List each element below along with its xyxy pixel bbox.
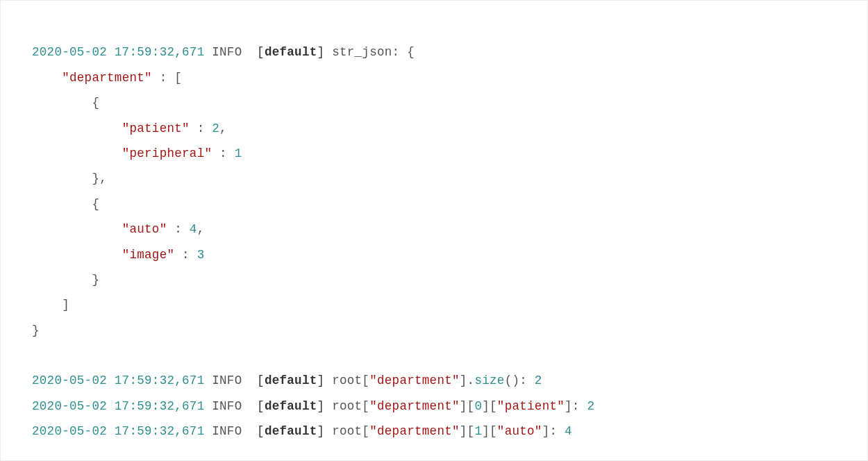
logger-name: default <box>265 374 317 387</box>
timestamp: 2020-05-02 17:59:32,671 <box>32 399 204 413</box>
index: 0 <box>474 399 482 413</box>
log-output: 2020-05-02 17:59:32,671 INFO [default] s… <box>32 15 855 444</box>
comma: , <box>197 222 205 236</box>
json-line: } <box>32 324 40 337</box>
json-line: "patient" : 2, <box>32 121 227 135</box>
json-line: "peripheral" : 1 <box>32 146 242 160</box>
bracket: ] <box>62 298 69 312</box>
text: ][ <box>482 399 497 413</box>
json-line: "department" : [ <box>32 71 182 85</box>
log-level: INFO <box>212 399 242 413</box>
text: root[ <box>332 399 369 413</box>
json-line: }, <box>32 171 107 185</box>
text: root[ <box>332 424 369 438</box>
text: ][ <box>482 424 497 438</box>
colon: : <box>212 146 234 160</box>
json-line: { <box>32 197 99 211</box>
json-key: "auto" <box>122 222 167 236</box>
text: ][ <box>460 424 475 438</box>
value: 2 <box>535 374 542 387</box>
bracket: ] <box>317 45 325 59</box>
value: 4 <box>565 424 572 438</box>
json-value: 4 <box>190 222 197 236</box>
colon: : <box>152 71 174 85</box>
logger-name: default <box>265 424 317 438</box>
json-key: "department" <box>369 399 460 413</box>
bracket: [ <box>257 424 265 438</box>
bracket: ] <box>317 399 325 413</box>
log-line: 2020-05-02 17:59:32,671 INFO [default] r… <box>32 424 572 438</box>
json-key: "auto" <box>497 424 542 438</box>
json-line: "auto" : 4, <box>32 222 204 236</box>
text: ]: <box>542 424 565 438</box>
brace: { <box>92 96 99 110</box>
log-level: INFO <box>212 374 242 387</box>
json-key: "department" <box>62 71 152 85</box>
blank-line <box>32 349 40 362</box>
json-key: "image" <box>122 248 175 262</box>
brace: } <box>92 273 99 287</box>
json-key: "department" <box>369 374 460 387</box>
text: ]. <box>460 374 475 387</box>
brace: { <box>92 197 99 211</box>
json-key: "department" <box>369 424 460 438</box>
json-value: 1 <box>235 146 242 160</box>
json-line: { <box>32 96 99 110</box>
log-line: 2020-05-02 17:59:32,671 INFO [default] r… <box>32 399 594 413</box>
log-line: 2020-05-02 17:59:32,671 INFO [default] s… <box>32 45 415 59</box>
bracket: [ <box>174 71 182 85</box>
bracket: ] <box>317 424 325 438</box>
json-key: "patient" <box>497 399 565 413</box>
function-name: size <box>474 374 504 387</box>
colon: : <box>167 222 189 236</box>
colon: : <box>190 121 212 135</box>
json-line: "image" : 3 <box>32 248 204 262</box>
value: 2 <box>587 399 594 413</box>
brace: } <box>92 171 99 185</box>
timestamp: 2020-05-02 17:59:32,671 <box>32 424 204 438</box>
timestamp: 2020-05-02 17:59:32,671 <box>32 374 204 387</box>
logger-name: default <box>265 45 317 59</box>
comma: , <box>99 171 107 185</box>
comma: , <box>219 121 227 135</box>
json-line: ] <box>32 298 69 312</box>
bracket: [ <box>257 45 265 59</box>
text: ][ <box>460 399 475 413</box>
log-line: 2020-05-02 17:59:32,671 INFO [default] r… <box>32 374 542 387</box>
json-value: 2 <box>212 121 219 135</box>
bracket: [ <box>257 374 265 387</box>
logger-name: default <box>265 399 317 413</box>
log-message: str_json: { <box>332 45 415 59</box>
log-level: INFO <box>212 45 242 59</box>
json-value: 3 <box>197 248 205 262</box>
bracket: [ <box>257 399 265 413</box>
json-key: "patient" <box>122 121 190 135</box>
brace: } <box>32 324 40 337</box>
index: 1 <box>474 424 482 438</box>
text: root[ <box>332 374 369 387</box>
text: ]: <box>565 399 587 413</box>
json-key: "peripheral" <box>122 146 212 160</box>
colon: : <box>174 248 197 262</box>
bracket: ] <box>317 374 325 387</box>
json-line: } <box>32 273 99 287</box>
log-level: INFO <box>212 424 242 438</box>
timestamp: 2020-05-02 17:59:32,671 <box>32 45 204 59</box>
text: (): <box>505 374 535 387</box>
